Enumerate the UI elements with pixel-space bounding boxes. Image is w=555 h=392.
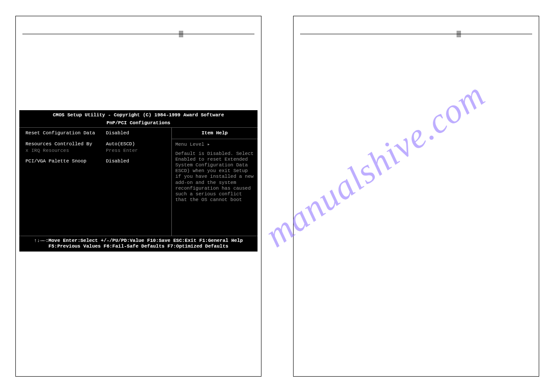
option-label: x IRQ Resources	[25, 148, 106, 154]
option-label: Reset Configuration Data	[25, 130, 106, 136]
page-header-rule	[300, 34, 532, 35]
bios-footer: ↑↓→←:Move Enter:Select +/-/PU/PD:Value F…	[19, 236, 258, 251]
option-row[interactable]: Reset Configuration Data Disabled	[25, 130, 168, 136]
footer-line1: ↑↓→←:Move Enter:Select +/-/PU/PD:Value F…	[19, 238, 258, 244]
bios-help-panel: Item Help Menu Level ▸ Default is Disabl…	[172, 128, 258, 236]
option-value: Auto(ESCD)	[106, 141, 135, 147]
option-row[interactable]: Resources Controlled By Auto(ESCD)	[25, 141, 168, 147]
bios-options-panel: Reset Configuration Data Disabled Resour…	[19, 128, 172, 236]
option-label: Resources Controlled By	[25, 141, 106, 147]
option-row[interactable]: PCI/VGA Palette Snoop Disabled	[25, 158, 168, 164]
help-text: Default is Disabled. Select Enabled to r…	[175, 151, 254, 203]
option-value: Disabled	[106, 130, 129, 136]
footer-line2: F5:Previous Values F6:Fail-Safe Defaults…	[19, 244, 258, 249]
option-value: Disabled	[106, 158, 129, 164]
help-header: Item Help	[172, 128, 258, 139]
option-label: PCI/VGA Palette Snoop	[25, 158, 106, 164]
document-page-left: CMOS Setup Utility - Copyright (C) 1984-…	[15, 16, 261, 377]
menu-level: Menu Level ▸	[175, 142, 254, 147]
option-row-disabled: x IRQ Resources Press Enter	[25, 148, 168, 154]
page-header-rule	[22, 34, 254, 35]
bios-body: Reset Configuration Data Disabled Resour…	[19, 127, 258, 236]
bios-title: CMOS Setup Utility - Copyright (C) 1984-…	[19, 110, 258, 120]
bios-subtitle: PnP/PCI Configurations	[19, 120, 258, 128]
document-page-right	[293, 16, 539, 377]
option-value: Press Enter	[106, 148, 138, 154]
bios-screenshot: CMOS Setup Utility - Copyright (C) 1984-…	[19, 110, 258, 252]
